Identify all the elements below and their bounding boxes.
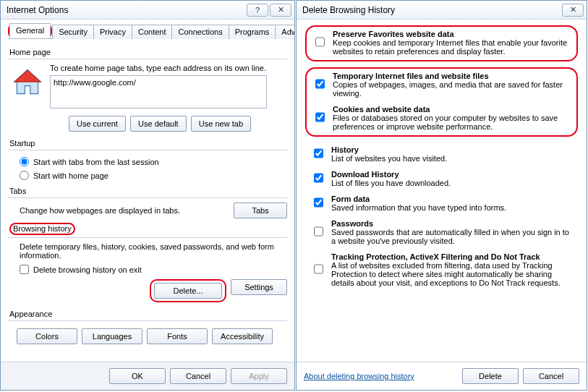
preserve-favorites-checkbox[interactable] [315, 30, 325, 54]
history-settings-button[interactable]: Settings [231, 279, 287, 295]
tracking-protection-title: Tracking Protection, ActiveX Filtering a… [331, 252, 572, 261]
tab-connections[interactable]: Connections [171, 25, 229, 39]
startup-homepage-radio[interactable] [20, 171, 29, 180]
delete-on-exit-row[interactable]: Delete browsing history on exit [20, 265, 287, 274]
tab-programs[interactable]: Programs [229, 25, 276, 39]
passwords-title: Passwords [331, 219, 572, 228]
delete-button[interactable]: Delete [462, 368, 519, 384]
passwords-checkbox[interactable] [314, 220, 323, 243]
form-data-checkbox[interactable] [314, 195, 323, 210]
use-default-button[interactable]: Use default [130, 116, 187, 132]
languages-button[interactable]: Languages [82, 328, 142, 344]
dialog-footer: OK Cancel Apply [1, 362, 294, 390]
delete-on-exit-checkbox[interactable] [20, 265, 29, 274]
colors-button[interactable]: Colors [17, 328, 77, 344]
form-data-desc: Saved information that you have typed in… [331, 203, 506, 212]
annotation-delete-button: Delete... [150, 279, 226, 302]
titlebar: Internet Options ? ✕ [1, 1, 294, 20]
tab-content[interactable]: Content [132, 25, 173, 39]
divider [8, 197, 287, 198]
cancel-button[interactable]: Cancel [170, 368, 226, 384]
history-checkbox[interactable] [314, 146, 323, 161]
dialog-footer: About deleting browsing history Delete C… [297, 362, 587, 390]
tracking-protection-checkbox[interactable] [314, 253, 323, 285]
tabs-button[interactable]: Tabs [234, 203, 287, 218]
tab-general[interactable]: General [9, 23, 51, 38]
history-desc: Delete temporary files, history, cookies… [20, 242, 287, 260]
startup-last-session-label: Start with tabs from the last session [33, 158, 159, 166]
annotation-preserve-favorites: Preserve Favorites website data Keep coo… [305, 25, 578, 61]
titlebar: Delete Browsing History ✕ [297, 1, 587, 20]
history-desc: List of websites you have visited. [331, 154, 447, 163]
delete-browsing-history-dialog: Delete Browsing History ✕ Preserve Favor… [296, 0, 587, 391]
divider [8, 59, 287, 59]
annotation-general-tab: General [8, 24, 52, 38]
close-button[interactable]: ✕ [562, 4, 584, 17]
tracking-protection-desc: A list of websites excluded from filteri… [331, 261, 572, 287]
appearance-section-label: Appearance [9, 310, 287, 318]
tabstrip: General Security Privacy Content Connect… [8, 24, 287, 39]
use-current-button[interactable]: Use current [69, 116, 126, 132]
annotation-browsing-history: Browsing history [9, 223, 75, 235]
temp-files-title: Temporary Internet files and website fil… [333, 72, 571, 80]
tab-privacy[interactable]: Privacy [93, 25, 132, 39]
svg-marker-1 [14, 70, 41, 82]
preserve-favorites-desc: Keep cookies and temporary Internet file… [333, 38, 571, 56]
tabs-desc: Change how webpages are displayed in tab… [20, 206, 234, 215]
cancel-button[interactable]: Cancel [523, 368, 579, 384]
startup-last-session-radio[interactable] [20, 157, 29, 166]
download-history-desc: List of files you have downloaded. [331, 179, 451, 187]
divider [8, 237, 287, 238]
cookies-title: Cookies and website data [333, 105, 571, 114]
fonts-button[interactable]: Fonts [147, 328, 208, 344]
internet-options-dialog: Internet Options ? ✕ General Security Pr… [0, 0, 295, 391]
tabs-section-label: Tabs [9, 187, 287, 195]
ok-button[interactable]: OK [109, 368, 166, 384]
delete-history-button[interactable]: Delete... [154, 283, 222, 299]
startup-homepage-row[interactable]: Start with home page [20, 171, 287, 180]
history-section-label: Browsing history [9, 223, 287, 235]
tab-security[interactable]: Security [52, 25, 94, 39]
homepage-section-label: Home page [9, 48, 287, 56]
close-button[interactable]: ✕ [270, 4, 291, 17]
startup-homepage-label: Start with home page [33, 171, 108, 180]
dialog-title: Delete Browsing History [302, 5, 561, 15]
home-icon [11, 67, 44, 100]
temp-files-checkbox[interactable] [315, 72, 325, 95]
help-button[interactable]: ? [247, 4, 268, 17]
startup-section-label: Startup [9, 139, 287, 148]
history-title: History [331, 145, 447, 154]
apply-button[interactable]: Apply [231, 368, 287, 384]
annotation-temp-cookies: Temporary Internet files and website fil… [305, 67, 578, 137]
accessibility-button[interactable]: Accessibility [212, 328, 273, 344]
divider [8, 150, 287, 150]
cookies-desc: Files or databases stored on your comput… [333, 114, 571, 131]
use-newtab-button[interactable]: Use new tab [191, 116, 251, 132]
preserve-favorites-title: Preserve Favorites website data [333, 30, 571, 38]
tab-advanced[interactable]: Advanced [275, 25, 294, 39]
dialog-title: Internet Options [7, 5, 245, 15]
form-data-title: Form data [331, 195, 506, 203]
homepage-url-input[interactable] [50, 75, 267, 108]
homepage-desc: To create home page tabs, type each addr… [50, 64, 267, 72]
temp-files-desc: Copies of webpages, images, and media th… [333, 80, 571, 98]
divider [8, 320, 287, 321]
download-history-title: Download History [331, 170, 451, 179]
about-deleting-link[interactable]: About deleting browsing history [304, 372, 414, 380]
delete-on-exit-label: Delete browsing history on exit [33, 265, 142, 274]
download-history-checkbox[interactable] [314, 171, 323, 185]
cookies-checkbox[interactable] [315, 106, 325, 129]
passwords-desc: Saved passwords that are automatically f… [331, 228, 572, 245]
startup-last-session-row[interactable]: Start with tabs from the last session [20, 157, 287, 166]
